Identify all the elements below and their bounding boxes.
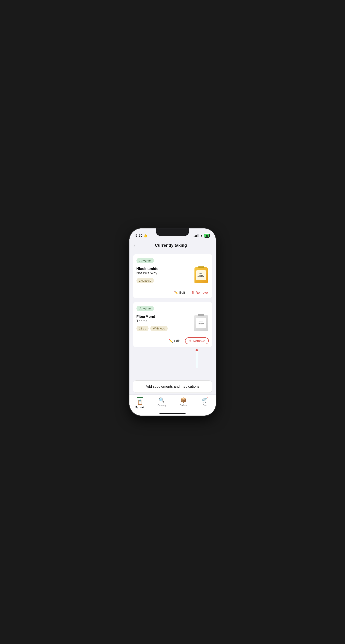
back-button[interactable]: ‹	[134, 242, 137, 249]
card-fibermend: Anytime FiberMend Thorne 11 gs With food	[133, 302, 212, 347]
cart-label: Cart	[203, 404, 207, 406]
signal-icon	[194, 234, 198, 237]
bottom-nav: 📋 My health 🔍 Catalog 📦 Orders 🛒 Cart	[129, 394, 216, 414]
my-health-label: My health	[135, 406, 145, 408]
brand-name-2: Thorne	[136, 319, 191, 323]
remove-label-2[interactable]: Remove	[193, 339, 205, 343]
product-image-2: THORNE FiberMend SUPPLEMENT	[193, 314, 209, 332]
timing-badge-1: Anytime	[136, 258, 154, 263]
nav-item-cart[interactable]: 🛒 Cart	[194, 396, 216, 410]
scroll-content: Anytime Niacinamide Nature's Way 1 capsu…	[129, 252, 216, 380]
product-name-1: Niacinamide	[136, 266, 191, 271]
add-supplements-button[interactable]: Add supplements and medications	[133, 380, 212, 393]
brand-name-1: Nature's Way	[136, 271, 191, 275]
tags-2: 11 gs With food	[136, 326, 191, 331]
notch	[156, 228, 189, 236]
remove-button-1[interactable]: 🗑 Remove	[190, 290, 209, 295]
bottle-label-1: NIACINAMIDENature's Way	[196, 270, 206, 280]
remove-label-1[interactable]: Remove	[196, 290, 208, 294]
card-body-2: FiberMend Thorne 11 gs With food THORNE …	[136, 314, 209, 332]
my-health-icon: 📋	[137, 399, 143, 405]
pencil-icon-2: ✏️	[169, 339, 173, 343]
nav-active-indicator	[137, 397, 143, 398]
catalog-icon: 🔍	[159, 397, 165, 403]
orders-icon: 📦	[180, 397, 186, 403]
wifi-icon: ▼	[200, 234, 203, 238]
bottle-label-2: THORNE FiberMend SUPPLEMENT	[196, 318, 206, 328]
edit-button-2[interactable]: ✏️ Edit	[168, 338, 181, 344]
card-actions-2: ✏️ Edit 🗑 Remove	[136, 338, 209, 344]
tag-gs: 11 gs	[136, 326, 149, 331]
tag-capsule: 1 capsule	[136, 278, 154, 283]
edit-label-1[interactable]: Edit	[179, 290, 185, 294]
bottle-thorne-img: THORNE FiberMend SUPPLEMENT	[194, 315, 208, 331]
edit-button-1[interactable]: ✏️ Edit	[173, 290, 186, 295]
cart-icon: 🛒	[202, 397, 208, 403]
trash-icon-2: 🗑	[189, 339, 192, 343]
card-divider-2	[136, 335, 209, 335]
nav-item-catalog[interactable]: 🔍 Catalog	[151, 396, 173, 410]
nav-item-my-health[interactable]: 📋 My health	[129, 396, 151, 410]
remove-button-2-highlighted[interactable]: 🗑 Remove	[185, 338, 209, 344]
phone-frame: 5:50 🔔 ▼ 43 ‹ Currently taking	[129, 228, 216, 416]
timing-badge-2: Anytime	[136, 306, 154, 311]
arrow-up-line	[197, 351, 197, 368]
trash-icon-1: 🗑	[191, 290, 194, 294]
status-right: ▼ 43	[194, 234, 209, 238]
tags-1: 1 capsule	[136, 278, 191, 283]
card-divider-1	[136, 287, 209, 287]
nav-item-orders[interactable]: 📦 Orders	[173, 396, 194, 410]
annotation-arrow	[133, 351, 212, 368]
header: ‹ Currently taking	[129, 240, 216, 252]
card-niacinamide: Anytime Niacinamide Nature's Way 1 capsu…	[133, 254, 212, 298]
card-info-2: FiberMend Thorne 11 gs With food	[136, 314, 191, 331]
page-title: Currently taking	[137, 243, 205, 248]
time-display: 5:50	[136, 234, 143, 238]
pencil-icon-1: ✏️	[174, 290, 178, 294]
catalog-label: Catalog	[158, 404, 166, 406]
edit-label-2[interactable]: Edit	[174, 339, 180, 343]
status-time-group: 5:50 🔔	[136, 234, 147, 238]
add-button-container: Add supplements and medications	[129, 380, 216, 394]
bottle-niacinamide: NIACINAMIDENature's Way	[194, 267, 208, 283]
card-info-1: Niacinamide Nature's Way 1 capsule	[136, 266, 191, 283]
home-bar	[159, 413, 186, 414]
card-body-1: Niacinamide Nature's Way 1 capsule NIACI…	[136, 266, 209, 284]
tag-with-food: With food	[150, 326, 168, 331]
phone-screen: 5:50 🔔 ▼ 43 ‹ Currently taking	[129, 228, 216, 416]
product-name-2: FiberMend	[136, 314, 191, 319]
bell-icon: 🔔	[144, 234, 147, 238]
product-image-1: NIACINAMIDENature's Way	[193, 266, 209, 284]
battery-display: 43	[204, 234, 209, 238]
orders-label: Orders	[180, 404, 187, 406]
home-indicator	[129, 414, 216, 416]
card-actions-1: ✏️ Edit 🗑 Remove	[136, 290, 209, 295]
